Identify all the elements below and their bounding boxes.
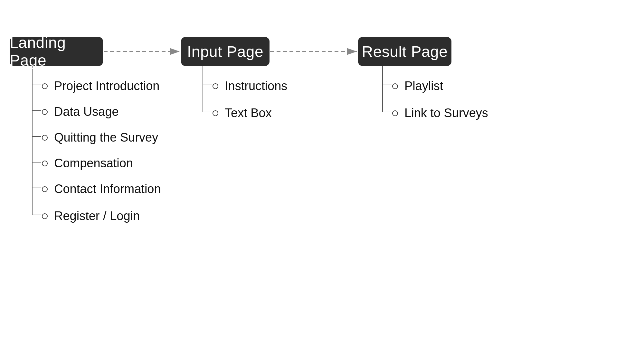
circle-instructions [213,83,218,89]
input-page-box: Input Page [181,37,270,66]
diagram: Landing Page Input Page Result Page Proj… [0,0,644,362]
landing-item-quitting: Quitting the Survey [42,131,158,144]
circle-playlist [392,83,398,89]
circle-link-surveys [392,110,398,116]
circle-data-usage [42,109,48,115]
circle-register-login [42,213,48,219]
result-page-box: Result Page [358,37,451,66]
landing-item-contact-info: Contact Information [42,182,161,196]
landing-item-register-login: Register / Login [42,209,140,223]
result-item-playlist: Playlist [392,79,443,93]
circle-text-box [213,110,218,116]
landing-item-compensation: Compensation [42,156,133,170]
landing-item-data-usage: Data Usage [42,105,119,119]
input-item-text-box: Text Box [213,106,272,120]
result-item-link-surveys: Link to Surveys [392,106,488,120]
circle-compensation [42,161,48,166]
circle-quitting [42,135,48,141]
circle-project-intro [42,83,48,89]
circle-contact-info [42,186,48,192]
landing-item-project-intro: Project Introduction [42,79,159,93]
input-item-instructions: Instructions [213,79,287,93]
landing-page-box: Landing Page [10,37,103,66]
